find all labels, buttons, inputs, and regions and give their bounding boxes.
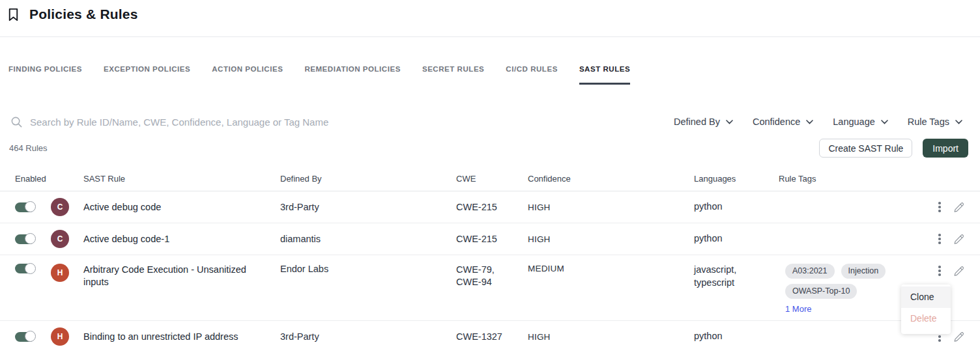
enabled-toggle[interactable] — [15, 332, 35, 342]
cwe-value: CWE-215 — [456, 201, 528, 214]
context-menu: CloneDelete — [901, 285, 951, 334]
column-header-enabled: Enabled — [0, 174, 83, 184]
tab-exception-policies[interactable]: EXCEPTION POLICIES — [104, 65, 190, 85]
tab-finding-policies[interactable]: FINDING POLICIES — [8, 65, 82, 85]
chevron-down-icon — [881, 120, 888, 124]
filter-group: Defined By Confidence Language Rule Tags — [674, 117, 962, 127]
filter-label: Language — [833, 117, 875, 127]
defined-by-value: 3rd-Party — [280, 331, 456, 342]
table-row: H Arbitrary Code Execution - Unsanitized… — [0, 255, 980, 321]
defined-by-value: diamantis — [280, 234, 456, 244]
column-header-confidence: Confidence — [528, 174, 694, 184]
tab-secret-rules[interactable]: SECRET RULES — [422, 65, 484, 85]
column-header-rule-tags: Rule Tags — [779, 174, 932, 184]
row-menu-button[interactable] — [936, 232, 943, 246]
bookmark-icon — [6, 7, 21, 23]
avatar-letter: H — [57, 332, 63, 341]
languages-value: python — [694, 330, 779, 343]
avatar: C — [51, 230, 69, 248]
context-menu-item-delete[interactable]: Delete — [901, 308, 951, 329]
table-row: H Binding to an unrestricted IP address … — [0, 321, 980, 347]
edit-icon[interactable] — [953, 233, 965, 245]
rule-tag-chip: A03:2021 — [785, 264, 835, 279]
column-header-defined-by: Defined By — [280, 174, 456, 184]
filter-label: Confidence — [753, 117, 800, 127]
rule-name[interactable]: Arbitrary Code Execution - Unsanitized i… — [83, 264, 280, 288]
confidence-value: MEDIUM — [528, 264, 694, 273]
chevron-down-icon — [806, 120, 813, 124]
confidence-value: HIGH — [528, 332, 694, 342]
confidence-value: HIGH — [528, 234, 694, 244]
edit-icon[interactable] — [953, 201, 965, 213]
filter-label: Rule Tags — [908, 117, 949, 127]
controls-row: Defined By Confidence Language Rule Tags — [0, 113, 980, 130]
rule-name[interactable]: Binding to an unrestricted IP address — [83, 331, 280, 343]
table-row: C Active debug code 3rd-Party CWE-215 HI… — [0, 191, 980, 223]
languages-value: javascript, typescript — [694, 264, 779, 289]
enabled-toggle[interactable] — [15, 202, 35, 212]
avatar-letter: C — [57, 234, 63, 243]
rules-count: 464 Rules — [9, 143, 48, 153]
tab-remediation-policies[interactable]: REMEDIATION POLICIES — [304, 65, 401, 85]
search-input[interactable] — [30, 117, 674, 128]
tab-ci-cd-rules[interactable]: CI/CD RULES — [506, 65, 558, 85]
filter-dropdown-defined-by[interactable]: Defined By — [674, 117, 733, 127]
chevron-down-icon — [955, 120, 962, 124]
rule-name[interactable]: Active debug code — [83, 201, 280, 214]
defined-by-value: 3rd-Party — [280, 202, 456, 212]
search-box — [10, 116, 674, 128]
filter-label: Defined By — [674, 117, 720, 127]
languages-value: python — [694, 201, 779, 214]
table-body: C Active debug code 3rd-Party CWE-215 HI… — [0, 191, 980, 347]
column-header-languages: Languages — [694, 174, 779, 184]
table-header: Enabled SAST Rule Defined By CWE Confide… — [0, 167, 980, 191]
tab-sast-rules[interactable]: SAST RULES — [579, 65, 630, 85]
tab-bar: FINDING POLICIESEXCEPTION POLICIESACTION… — [0, 65, 980, 85]
edit-icon[interactable] — [953, 331, 965, 342]
rule-tag-chip: OWASP-Top-10 — [785, 284, 857, 299]
edit-icon[interactable] — [953, 265, 965, 277]
tab-action-policies[interactable]: ACTION POLICIES — [212, 65, 283, 85]
create-sast-rule-button[interactable]: Create SAST Rule — [819, 139, 912, 158]
page-title: Policies & Rules — [29, 7, 138, 22]
avatar: C — [51, 198, 69, 216]
row-menu-button[interactable] — [936, 200, 943, 214]
avatar-letter: H — [57, 268, 63, 277]
toolbar-row: 464 Rules Create SAST Rule Import — [0, 139, 980, 158]
filter-dropdown-confidence[interactable]: Confidence — [753, 117, 813, 127]
app-header: Policies & Rules — [0, 0, 980, 37]
row-menu-button[interactable] — [936, 264, 943, 278]
context-menu-item-clone[interactable]: Clone — [901, 286, 951, 308]
defined-by-value: Endor Labs — [280, 264, 456, 274]
search-icon — [10, 116, 23, 128]
filter-dropdown-language[interactable]: Language — [833, 117, 888, 127]
filter-dropdown-rule-tags[interactable]: Rule Tags — [908, 117, 962, 127]
column-header-cwe: CWE — [456, 174, 528, 184]
table-row: C Active debug code-1 diamantis CWE-215 … — [0, 223, 980, 255]
confidence-value: HIGH — [528, 202, 694, 212]
avatar: H — [51, 264, 69, 282]
rule-name[interactable]: Active debug code-1 — [83, 233, 280, 245]
avatar: H — [51, 327, 69, 346]
avatar-letter: C — [57, 202, 63, 212]
import-button[interactable]: Import — [923, 139, 968, 158]
cwe-value: CWE-79, CWE-94 — [456, 264, 528, 288]
cwe-value: CWE-1327 — [456, 331, 528, 343]
languages-value: python — [694, 232, 779, 245]
enabled-toggle[interactable] — [15, 234, 35, 244]
cwe-value: CWE-215 — [456, 233, 528, 245]
enabled-toggle[interactable] — [15, 264, 35, 273]
chevron-down-icon — [726, 120, 733, 124]
rule-tag-chip: Injection — [841, 264, 886, 279]
column-header-sast-rule: SAST Rule — [83, 174, 280, 184]
sast-rules-table: Enabled SAST Rule Defined By CWE Confide… — [0, 167, 980, 347]
